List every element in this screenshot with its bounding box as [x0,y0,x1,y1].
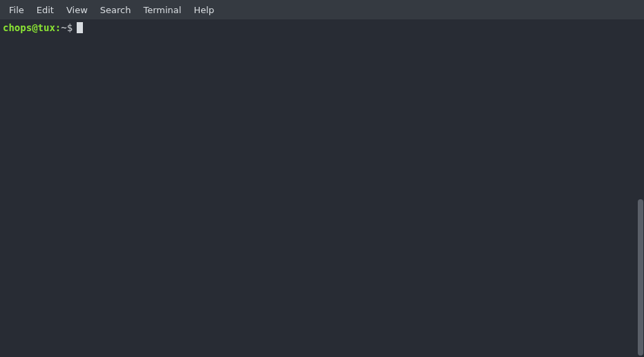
prompt-userhost: chops@tux: [3,21,61,35]
menu-file[interactable]: File [3,2,30,18]
menu-edit[interactable]: Edit [30,2,60,18]
menubar: File Edit View Search Terminal Help [0,0,644,19]
menu-help[interactable]: Help [187,2,220,18]
prompt-path: ~ [61,21,66,35]
scrollbar-thumb[interactable] [638,199,643,356]
menu-terminal[interactable]: Terminal [137,2,187,18]
menu-search[interactable]: Search [94,2,138,18]
terminal-area[interactable]: chops@tux:~$ [0,19,644,357]
scrollbar-track[interactable] [636,19,644,357]
cursor-block-icon [77,22,83,33]
menu-view[interactable]: View [60,2,94,18]
prompt-symbol: $ [67,21,73,35]
prompt-line: chops@tux:~$ [3,21,641,35]
